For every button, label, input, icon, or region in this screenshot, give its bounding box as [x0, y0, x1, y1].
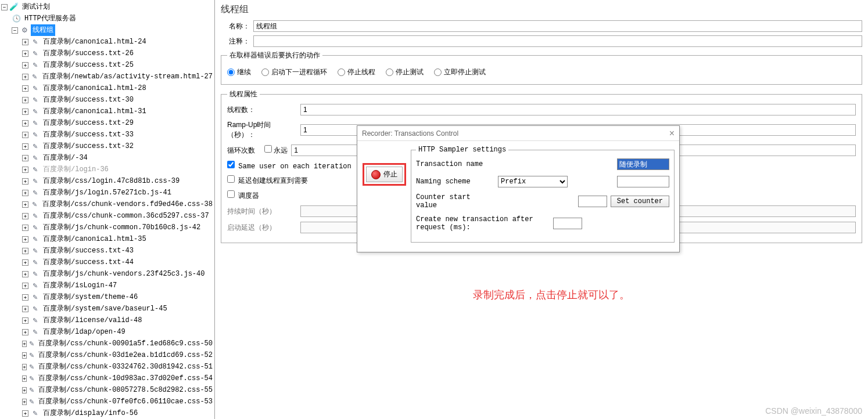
tree-item[interactable]: +✎百度录制/success.txt-29	[1, 117, 214, 129]
error-radio-input[interactable]	[338, 68, 345, 76]
expand-icon[interactable]: +	[22, 341, 27, 347]
error-radio-2[interactable]: 停止线程	[338, 67, 375, 77]
expand-icon[interactable]: +	[22, 85, 28, 92]
tree-item[interactable]: +✎百度录制/-34	[1, 152, 214, 164]
tree-item[interactable]: +✎百度录制/isLogin-47	[1, 280, 214, 291]
tree-item[interactable]: +✎百度录制/canonical.html-28	[1, 82, 214, 94]
tree-item[interactable]: +✎百度录制/success.txt-33	[1, 129, 214, 140]
error-radio-0[interactable]: 继续	[227, 67, 251, 77]
tree-item[interactable]: +✎百度录制/js/login.57e271cb.js-41	[1, 187, 214, 198]
expand-icon[interactable]: +	[22, 271, 28, 277]
expand-icon[interactable]: +	[22, 97, 28, 103]
expand-icon[interactable]: +	[22, 120, 28, 127]
tree-item[interactable]: +✎百度录制/js/chunk-vendors.23f425c3.js-40	[1, 268, 214, 280]
same-user-checkbox[interactable]	[227, 161, 235, 168]
close-icon[interactable]: ×	[669, 128, 675, 139]
expand-icon[interactable]: +	[22, 201, 28, 208]
expand-icon[interactable]: +	[22, 74, 28, 80]
tree-item[interactable]: +✎百度录制/canonical.html-24	[1, 36, 214, 48]
collapse-icon[interactable]: −	[12, 27, 18, 34]
forever-checkbox[interactable]	[264, 145, 272, 153]
expand-icon[interactable]: +	[22, 167, 28, 173]
tree-item[interactable]: +✎百度录制/css/chunk-08057278.5c8d2982.css-5…	[1, 384, 214, 396]
tree-item[interactable]: +✎百度录制/ldap/open-49	[1, 326, 214, 338]
stop-button[interactable]: 停止	[366, 167, 403, 182]
tree-item[interactable]: +✎百度录制/css/chunk-03324762.30d81942.css-5…	[1, 361, 214, 373]
expand-icon[interactable]: +	[22, 352, 27, 359]
expand-icon[interactable]: +	[22, 387, 27, 393]
expand-icon[interactable]: +	[22, 329, 28, 335]
expand-icon[interactable]: +	[22, 375, 27, 382]
expand-icon[interactable]: +	[22, 317, 28, 324]
tree-item[interactable]: +✎百度录制/display/info-56	[1, 407, 214, 419]
expand-icon[interactable]: +	[22, 143, 28, 150]
tree-http-proxy[interactable]: 🕓 HTTP代理服务器	[1, 13, 214, 24]
expand-icon[interactable]: +	[22, 213, 28, 219]
naming-scheme-select[interactable]: Prefix	[498, 176, 568, 187]
expand-icon[interactable]: +	[22, 259, 28, 266]
tree-item[interactable]: +✎百度录制/success.txt-30	[1, 94, 214, 106]
tree-item[interactable]: +✎百度录制/system/save/baseurl-45	[1, 303, 214, 315]
error-radio-3[interactable]: 停止测试	[386, 67, 424, 77]
tree-item[interactable]: +✎百度录制/success.txt-32	[1, 140, 214, 152]
error-radio-input[interactable]	[261, 68, 269, 76]
tree-item[interactable]: +✎百度录制/newtab/as/activity-stream.html-27	[1, 71, 214, 82]
collapse-icon[interactable]: −	[1, 4, 8, 10]
error-radio-input[interactable]	[227, 68, 235, 76]
same-user-checkbox-wrap[interactable]: Same user on each iteration	[227, 161, 351, 171]
expand-icon[interactable]: +	[22, 62, 28, 68]
tree-thread-group[interactable]: − ⚙ 线程组	[1, 24, 214, 36]
naming-scheme-input[interactable]	[617, 176, 669, 187]
tree-item[interactable]: +✎百度录制/success.txt-44	[1, 257, 214, 268]
tree-item[interactable]: +✎百度录制/canonical.html-31	[1, 106, 214, 117]
tree-root-testplan[interactable]: − 🧪 测试计划	[1, 1, 214, 13]
tree-item[interactable]: +✎百度录制/success.txt-25	[1, 59, 214, 71]
set-counter-button[interactable]: Set counter	[611, 196, 669, 207]
dialog-titlebar[interactable]: Recorder: Transactions Control ×	[357, 126, 679, 141]
tree-item[interactable]: +✎百度录制/css/chunk-07fe0fc6.06110cae.css-5…	[1, 396, 214, 407]
error-radio-1[interactable]: 启动下一进程循环	[261, 67, 327, 77]
tree-item[interactable]: +✎百度录制/css/chunk-vendors.fd9ed46e.css-38	[1, 198, 214, 210]
scheduler-checkbox-wrap[interactable]: 调度器	[227, 190, 259, 201]
tree-item[interactable]: +✎百度录制/login-36	[1, 164, 214, 175]
expand-icon[interactable]: +	[22, 410, 28, 417]
expand-icon[interactable]: +	[22, 306, 28, 312]
delay-thread-checkbox-wrap[interactable]: 延迟创建线程直到需要	[227, 175, 308, 186]
expand-icon[interactable]: +	[22, 132, 28, 138]
expand-icon[interactable]: +	[22, 283, 28, 289]
tree-item[interactable]: +✎百度录制/js/chunk-common.70b160c8.js-42	[1, 222, 214, 233]
tree-item[interactable]: +✎百度录制/css/chunk-common.36cd5297.css-37	[1, 210, 214, 222]
tree-panel[interactable]: − 🧪 测试计划 🕓 HTTP代理服务器 − ⚙ 线程组 +✎百度录制/cano…	[0, 0, 215, 419]
error-radio-4[interactable]: 立即停止测试	[434, 67, 486, 77]
transaction-name-input[interactable]	[617, 158, 669, 170]
name-input[interactable]	[253, 20, 862, 32]
expand-icon[interactable]: +	[22, 109, 28, 115]
expand-icon[interactable]: +	[22, 178, 28, 185]
expand-icon[interactable]: +	[22, 155, 28, 161]
expand-icon[interactable]: +	[22, 225, 28, 231]
expand-icon[interactable]: +	[22, 39, 28, 45]
tree-item[interactable]: +✎百度录制/success.txt-43	[1, 245, 214, 257]
counter-start-input[interactable]	[578, 196, 607, 207]
expand-icon[interactable]: +	[22, 248, 28, 254]
error-radio-input[interactable]	[386, 68, 393, 76]
expand-icon[interactable]: +	[22, 190, 28, 196]
create-new-input[interactable]	[553, 218, 582, 229]
tree-item[interactable]: +✎百度录制/css/chunk-10d983ac.37d020ef.css-5…	[1, 373, 214, 384]
threads-input[interactable]	[300, 104, 856, 115]
tree-item[interactable]: +✎百度录制/success.txt-26	[1, 48, 214, 59]
expand-icon[interactable]: +	[22, 50, 28, 57]
expand-icon[interactable]: +	[22, 236, 28, 243]
expand-icon[interactable]: +	[22, 399, 27, 405]
comment-input[interactable]	[253, 35, 862, 47]
expand-icon[interactable]: +	[22, 294, 28, 301]
expand-icon[interactable]: +	[22, 364, 27, 370]
error-radio-input[interactable]	[434, 68, 442, 76]
tree-item[interactable]: +✎百度录制/canonical.html-35	[1, 233, 214, 245]
tree-item[interactable]: +✎百度录制/css/chunk-00901a5f.1ed686c9.css-5…	[1, 338, 214, 349]
tree-item[interactable]: +✎百度录制/css/login.47c8d81b.css-39	[1, 175, 214, 187]
tree-item[interactable]: +✎百度录制/system/theme-46	[1, 291, 214, 303]
tree-item[interactable]: +✎百度录制/license/valid-48	[1, 315, 214, 326]
scheduler-checkbox[interactable]	[227, 190, 235, 198]
delay-thread-checkbox[interactable]	[227, 175, 235, 183]
